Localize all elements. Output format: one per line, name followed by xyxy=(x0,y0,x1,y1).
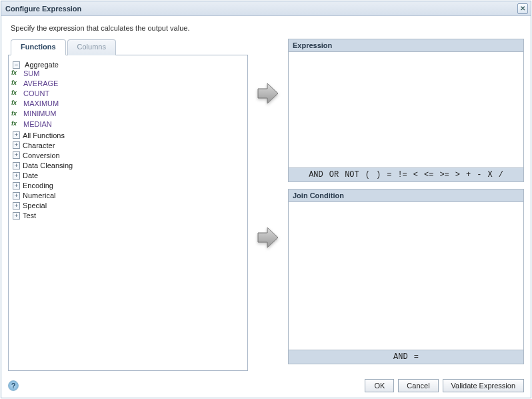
join-header: Join Condition xyxy=(289,189,523,202)
fx-icon xyxy=(11,90,21,98)
main-row: Functions Columns − Aggregate S xyxy=(8,39,524,371)
tree-fn-average[interactable]: AVERAGE xyxy=(11,79,245,89)
tab-functions[interactable]: Functions xyxy=(11,39,66,55)
dialog-body: Specify the expression that calculates t… xyxy=(1,16,531,375)
tree-fn-label: MEDIAN xyxy=(23,120,52,128)
op-div[interactable]: / xyxy=(497,170,505,179)
tree-node-label: Test xyxy=(23,212,36,220)
expression-textarea[interactable] xyxy=(289,52,523,167)
tree-fn-label: SUM xyxy=(23,69,39,77)
tree-node-label: Encoding xyxy=(23,181,53,189)
help-button[interactable]: ? xyxy=(8,380,19,391)
fx-icon xyxy=(11,80,21,88)
add-to-join-button[interactable] xyxy=(254,223,282,254)
join-condition-section: Join Condition AND = xyxy=(288,189,524,364)
configure-expression-dialog: Configure Expression ✕ Specify the expre… xyxy=(1,1,531,398)
tree-fn-label: MINIMUM xyxy=(23,109,57,117)
op-neq[interactable]: != xyxy=(395,170,409,179)
op-and[interactable]: AND xyxy=(307,170,325,179)
join-operator-bar: AND = xyxy=(289,350,523,364)
op-eq[interactable]: = xyxy=(385,170,393,179)
tree-fn-label: MAXIMUM xyxy=(23,99,59,107)
validate-expression-button[interactable]: Validate Expression xyxy=(443,379,524,392)
expand-icon[interactable]: + xyxy=(13,212,20,220)
tree-fn-count[interactable]: COUNT xyxy=(11,89,245,99)
tree-node-label: Aggregate xyxy=(25,61,59,69)
op-eq[interactable]: = xyxy=(412,352,421,362)
op-minus[interactable]: - xyxy=(475,170,483,179)
op-rparen[interactable]: ) xyxy=(374,170,383,179)
expand-icon[interactable]: + xyxy=(13,162,20,169)
tree-node-label: Character xyxy=(23,141,55,149)
tree-node-data-cleansing[interactable]: +Data Cleansing xyxy=(11,160,245,170)
tree-node-encoding[interactable]: +Encoding xyxy=(11,180,245,190)
arrow-right-icon xyxy=(255,225,281,252)
tab-columns[interactable]: Columns xyxy=(67,39,116,55)
close-icon: ✕ xyxy=(520,5,525,12)
expression-header: Expression xyxy=(289,39,523,52)
tree-node-conversion[interactable]: +Conversion xyxy=(11,150,245,160)
close-button[interactable]: ✕ xyxy=(517,3,528,14)
tree-node-special[interactable]: +Special xyxy=(11,200,245,210)
tree-node-date[interactable]: +Date xyxy=(11,170,245,180)
expand-icon[interactable]: + xyxy=(13,141,20,149)
titlebar: Configure Expression ✕ xyxy=(1,1,531,16)
instruction-text: Specify the expression that calculates t… xyxy=(11,24,521,32)
left-column: Functions Columns − Aggregate S xyxy=(8,39,248,371)
tree-node-test[interactable]: +Test xyxy=(11,210,245,220)
op-mult[interactable]: X xyxy=(485,170,494,179)
right-column: Expression AND OR NOT ( ) = != < <= >= > xyxy=(288,39,524,371)
dialog-footer: ? OK Cancel Validate Expression xyxy=(1,375,531,398)
op-or[interactable]: OR xyxy=(327,170,341,179)
expand-icon[interactable]: + xyxy=(13,182,20,189)
op-and[interactable]: AND xyxy=(391,352,410,362)
expand-icon[interactable]: + xyxy=(13,202,20,210)
op-gt[interactable]: > xyxy=(453,170,462,179)
op-gte[interactable]: >= xyxy=(437,170,451,179)
tree-node-label: Conversion xyxy=(23,151,60,159)
fx-icon xyxy=(11,70,21,78)
expand-icon[interactable]: + xyxy=(13,131,20,139)
tree-node-label: Date xyxy=(23,171,38,179)
op-plus[interactable]: + xyxy=(464,170,473,179)
tree-node-label: All Functions xyxy=(23,131,65,139)
tab-columns-label: Columns xyxy=(77,43,106,51)
op-lte[interactable]: <= xyxy=(422,170,435,179)
add-to-expression-button[interactable] xyxy=(254,79,282,109)
tree-fn-label: COUNT xyxy=(23,89,49,97)
tree-fn-minimum[interactable]: MINIMUM xyxy=(11,109,245,119)
arrow-column xyxy=(248,39,288,371)
tree-node-character[interactable]: +Character xyxy=(11,140,245,150)
tab-functions-label: Functions xyxy=(21,43,56,51)
tree-node-label: Data Cleansing xyxy=(23,161,73,169)
tabstrip: Functions Columns xyxy=(11,39,248,55)
tree-node-label: Numerical xyxy=(23,191,56,200)
tree-node-numerical[interactable]: +Numerical xyxy=(11,190,245,200)
expand-icon[interactable]: + xyxy=(13,192,20,200)
tree-fn-maximum[interactable]: MAXIMUM xyxy=(11,99,245,109)
expand-icon[interactable]: + xyxy=(13,151,20,159)
join-textarea[interactable] xyxy=(289,202,523,350)
fx-icon xyxy=(11,121,21,129)
function-tree[interactable]: − Aggregate SUM AVERAGE COUNT MAXIMUM MI… xyxy=(8,55,248,371)
expression-section: Expression AND OR NOT ( ) = != < <= >= > xyxy=(288,39,524,182)
dialog-title: Configure Expression xyxy=(5,5,81,13)
tree-node-aggregate[interactable]: − Aggregate SUM AVERAGE COUNT MAXIMUM MI… xyxy=(11,59,245,130)
expression-operator-bar: AND OR NOT ( ) = != < <= >= > + - X xyxy=(289,167,523,181)
op-lt[interactable]: < xyxy=(411,170,420,179)
fx-icon xyxy=(11,100,21,108)
tree-fn-label: AVERAGE xyxy=(23,79,58,87)
fx-icon xyxy=(11,111,21,119)
tree-fn-sum[interactable]: SUM xyxy=(11,69,245,79)
op-lparen[interactable]: ( xyxy=(363,170,372,179)
ok-button[interactable]: OK xyxy=(365,379,394,392)
expand-icon[interactable]: + xyxy=(13,172,20,179)
tree-node-all-functions[interactable]: +All Functions xyxy=(11,130,245,140)
tree-fn-median[interactable]: MEDIAN xyxy=(11,119,245,129)
collapse-icon[interactable]: − xyxy=(13,61,20,69)
op-not[interactable]: NOT xyxy=(343,170,361,179)
tree-node-label: Special xyxy=(23,202,47,210)
cancel-button[interactable]: Cancel xyxy=(398,379,438,392)
help-icon: ? xyxy=(11,382,16,390)
arrow-right-icon xyxy=(255,81,281,107)
